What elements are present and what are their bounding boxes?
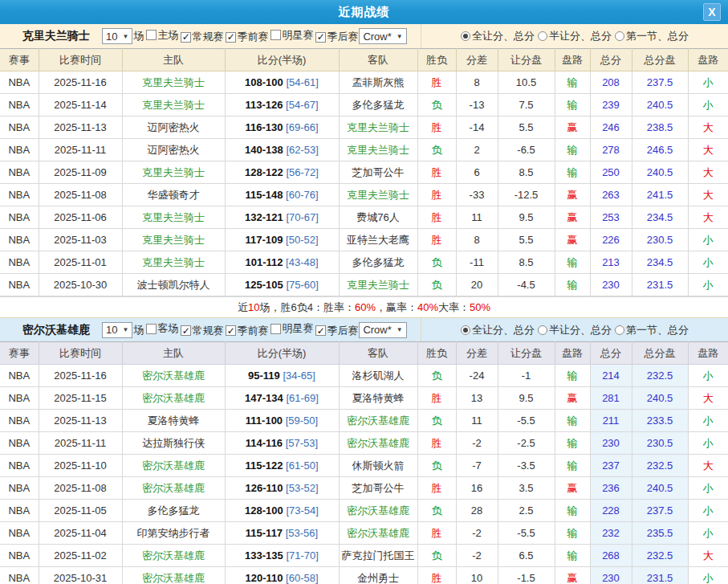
cell-away-team: 亚特兰大老鹰 (339, 229, 417, 251)
radio-unselected-icon[interactable] (615, 31, 624, 41)
cell-total: 281 (590, 387, 632, 410)
checkbox-checked-icon[interactable]: ✓ (226, 325, 236, 336)
radio-selected-icon[interactable] (461, 325, 470, 335)
checkbox-item-1[interactable]: ✓常规赛 (178, 30, 223, 44)
cell-over-under: 小 (688, 432, 728, 455)
checkbox-item-4[interactable]: ✓季后赛 (313, 30, 358, 44)
checkbox-unchecked-icon[interactable] (146, 324, 157, 334)
text-part: 2.5 (519, 504, 533, 517)
checkbox-item-3[interactable]: 明星赛 (268, 28, 313, 43)
odds-source-select[interactable]: Crow* ▼ (359, 28, 406, 44)
text-part: 234.5 (647, 256, 673, 268)
cell-handicap-result: 赢 (555, 184, 590, 206)
odds-source-select[interactable]: Crow* ▼ (359, 322, 406, 338)
text-part: 金州勇士 (357, 572, 399, 584)
checkbox-checked-icon[interactable]: ✓ (226, 32, 236, 43)
checkbox-unchecked-icon[interactable] (146, 30, 157, 40)
text-part: 28 (471, 504, 482, 517)
cell-result: 胜 (417, 387, 456, 410)
text-part: 密尔沃基雄鹿 (142, 572, 205, 584)
cell-result: 胜 (417, 432, 456, 455)
column-header-handicap-result: 盘路 (555, 49, 590, 71)
checkbox-unchecked-icon[interactable] (270, 30, 281, 40)
radio-unselected-icon[interactable] (615, 325, 624, 335)
cell-handicap-result: 输 (555, 71, 590, 94)
checkbox-item-2[interactable]: ✓季前赛 (223, 324, 268, 338)
cell-result: 负 (417, 365, 456, 387)
text-part: 小 (703, 76, 714, 88)
cell-home-team: 克里夫兰骑士 (122, 161, 225, 184)
text-part: -12.5 (514, 189, 539, 201)
cell-diff: 6 (456, 161, 498, 184)
dialog-titlebar: 近期战绩 X (0, 0, 728, 24)
checkbox-item-2[interactable]: ✓季前赛 (223, 30, 268, 44)
text-part: 密尔沃基雄鹿 (142, 482, 205, 494)
checkbox-label: 明星赛 (282, 321, 313, 336)
close-button[interactable]: X (703, 3, 721, 21)
cell-total: 236 (590, 477, 632, 500)
checkbox-checked-icon[interactable]: ✓ (315, 32, 326, 43)
text-part: 芝加哥公牛 (352, 482, 405, 494)
cell-away-team: 克里夫兰骑士 (339, 139, 417, 161)
text-part: 克里夫兰骑士 (142, 166, 205, 178)
cell-diff: 28 (456, 500, 498, 522)
radio-label: 半让分、总分 (549, 29, 612, 43)
cell-date: 2025-11-08 (39, 477, 122, 500)
checkbox-item-4[interactable]: ✓季后赛 (313, 324, 358, 338)
text-part: -4.5 (517, 279, 535, 291)
radio-item-2[interactable]: 第一节、总分 (615, 29, 689, 43)
text-part: 10 (248, 301, 259, 313)
checkbox-item-1[interactable]: ✓常规赛 (178, 324, 223, 338)
text-part: 2025-11-14 (54, 99, 107, 111)
text-part: 211 (603, 415, 620, 427)
text-part: 输 (567, 549, 578, 562)
cell-score: 95-119 [34-65] (225, 365, 339, 387)
text-part: 231.5 (647, 279, 673, 291)
cell-league: NBA (0, 94, 39, 116)
text-part: 输 (567, 256, 578, 268)
text-part: 147-134 (245, 392, 283, 404)
cell-home-team: 华盛顿奇才 (122, 184, 225, 206)
checkbox-label: 季前赛 (237, 324, 268, 338)
radio-item-2[interactable]: 第一节、总分 (615, 323, 689, 337)
checkbox-checked-icon[interactable]: ✓ (181, 325, 191, 336)
cell-date: 2025-11-03 (39, 229, 122, 251)
text-part: [60-76] (283, 189, 318, 201)
checkbox-unchecked-icon[interactable] (270, 324, 281, 334)
text-part: 胜 (432, 189, 442, 201)
cell-away-team: 克里夫兰骑士 (339, 274, 417, 296)
games-count-select[interactable]: 10 ▼ (102, 322, 132, 338)
checkbox-checked-icon[interactable]: ✓ (181, 32, 191, 43)
checkbox-checked-icon[interactable]: ✓ (315, 325, 326, 336)
text-part: NBA (8, 437, 30, 449)
checkbox-item-3[interactable]: 明星赛 (268, 321, 313, 336)
cell-handicap: 8.5 (498, 161, 555, 184)
radio-selected-icon[interactable] (461, 31, 470, 41)
cell-handicap: 10.5 (498, 71, 555, 94)
cell-league: NBA (0, 477, 39, 500)
cell-date: 2025-11-16 (39, 71, 122, 94)
radio-item-1[interactable]: 半让分、总分 (538, 323, 612, 337)
radio-item-1[interactable]: 半让分、总分 (538, 29, 612, 43)
radio-unselected-icon[interactable] (538, 325, 547, 335)
radio-unselected-icon[interactable] (538, 31, 547, 41)
text-part: 133-135 (245, 549, 283, 562)
checkbox-item-0[interactable]: 主场 (144, 28, 178, 43)
text-part: 238.5 (647, 121, 673, 133)
cell-handicap: -3.5 (498, 455, 555, 477)
cell-home-team: 密尔沃基雄鹿 (122, 545, 225, 567)
radio-item-0[interactable]: 全让分、总分 (461, 29, 535, 43)
checkbox-item-0[interactable]: 客场 (144, 321, 178, 336)
cell-league: NBA (0, 545, 39, 567)
games-count-select[interactable]: 10 ▼ (102, 28, 132, 44)
text-part: 240.5 (647, 392, 673, 404)
cell-total-line: 237.5 (632, 500, 688, 522)
radio-item-0[interactable]: 全让分、总分 (461, 323, 535, 337)
cell-total: 250 (590, 161, 632, 184)
text-part: 8.5 (519, 166, 533, 178)
text-part: NBA (8, 144, 30, 156)
cell-handicap-result: 输 (555, 500, 590, 522)
cell-away-team: 芝加哥公牛 (339, 161, 417, 184)
cell-score: 113-126 [54-67] (225, 94, 339, 116)
text-part: [60-58] (283, 572, 318, 584)
